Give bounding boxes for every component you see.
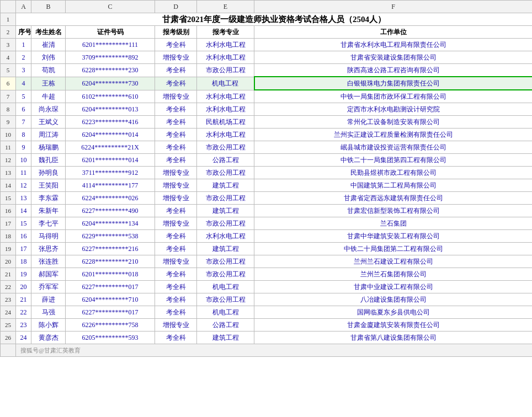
exam-level: 增报专业 <box>155 192 197 205</box>
seq-num: 17 <box>16 243 31 255</box>
table-row: 2422马强6227**********017考全科机电工程国网临夏东乡县供电公… <box>1 306 533 319</box>
exam-major: 民航机场工程 <box>197 116 254 129</box>
seq-num: 10 <box>16 154 31 167</box>
row-number: 21 <box>1 268 16 281</box>
cert-number: 6226**********758 <box>66 319 155 332</box>
person-name: 陈小辉 <box>31 319 66 332</box>
exam-major: 机电工程 <box>197 77 254 90</box>
exam-level: 增报专业 <box>155 90 197 103</box>
work-unit: 甘肃省定西远东建筑有限责任公司 <box>254 192 533 205</box>
seq-num: 24 <box>16 332 31 344</box>
row-number: 18 <box>1 230 16 243</box>
exam-major: 建筑工程 <box>197 205 254 217</box>
table-row: 2220乔军军6227**********017考全科机电工程甘肃中业建设工程有… <box>1 281 533 293</box>
row-number: 19 <box>1 243 16 255</box>
cert-number: 6227**********017 <box>66 306 155 319</box>
exam-major: 市政公用工程 <box>197 293 254 306</box>
table-row: 1210魏孔臣6201**********014考全科公路工程中铁二十一局集团第… <box>1 154 533 167</box>
row-number: 13 <box>1 167 16 179</box>
row-number: 11 <box>1 141 16 154</box>
table-row: 64王栋6204**********730考全科机电工程白银银珠电力集团有限责任… <box>1 77 533 90</box>
exam-major: 公路工程 <box>197 154 254 167</box>
work-unit: 中铁二十局集团第二工程有限公司 <box>254 243 533 255</box>
table-row: 97王斌义6223**********416考全科民航机场工程常州化工设备制造安… <box>1 116 533 129</box>
table-row: 2321薛进6204**********710考全科市政公用工程八冶建设集团有限… <box>1 293 533 306</box>
cert-number: 6204**********710 <box>66 293 155 306</box>
person-name: 苟凯 <box>31 64 66 77</box>
row-number: 4 <box>1 51 16 64</box>
work-unit: 白银银珠电力集团有限责任公司 <box>254 77 533 90</box>
table-row: 75牛超6102**********610增报专业水利水电工程中铁一局集团市政环… <box>1 90 533 103</box>
row-number: 17 <box>1 217 16 230</box>
exam-level: 增报专业 <box>155 179 197 192</box>
cert-number: 6201**********111 <box>66 39 155 51</box>
cert-number: 6224**********026 <box>66 192 155 205</box>
table-row: 1614朱新年6227**********490考全科建筑工程甘肃宏信新型装饰工… <box>1 205 533 217</box>
exam-level: 考全科 <box>155 281 197 293</box>
work-unit: 甘肃省第八建设集团有限公司 <box>254 332 533 344</box>
table-row: 2523陈小辉6226**********758增报专业公路工程甘肃金廈建筑安装… <box>1 319 533 332</box>
col-a-header: A <box>16 1 31 13</box>
row-number: 12 <box>1 154 16 167</box>
row-number: 7 <box>1 90 16 103</box>
cert-number: 6227**********017 <box>66 281 155 293</box>
row-number: 8 <box>1 103 16 116</box>
table-row: 2018张连胜6228**********210增报专业市政公用工程兰州兰石建设… <box>1 255 533 268</box>
seq-num: 21 <box>16 293 31 306</box>
table-row: 1715李七平6204**********134增报专业市政公用工程兰石集团 <box>1 217 533 230</box>
exam-level: 增报专业 <box>155 255 197 268</box>
seq-num: 23 <box>16 319 31 332</box>
exam-major: 建筑工程 <box>197 332 254 344</box>
watermark-cell: 搜狐号@甘肃汇英教育 <box>16 344 533 357</box>
exam-level: 考全科 <box>155 243 197 255</box>
person-name: 牛超 <box>31 90 66 103</box>
seq-num: 18 <box>16 255 31 268</box>
col-b-header: B <box>31 1 66 13</box>
col-e-header: E <box>197 1 254 13</box>
row-number: 5 <box>1 64 16 77</box>
exam-major: 市政公用工程 <box>197 192 254 205</box>
row-number: 20 <box>1 255 16 268</box>
exam-level: 增报专业 <box>155 167 197 179</box>
exam-major: 水利水电工程 <box>197 230 254 243</box>
exam-level: 考全科 <box>155 103 197 116</box>
exam-level: 考全科 <box>155 129 197 141</box>
table-row: 53苟凯6228**********230考全科市政公用工程陕西高速公路工程咨询… <box>1 64 533 77</box>
exam-major: 建筑工程 <box>197 243 254 255</box>
exam-major: 建筑工程 <box>197 179 254 192</box>
person-name: 郝国军 <box>31 268 66 281</box>
table-row: 1816马得明6229**********538考全科水利水电工程甘肃中华建筑安… <box>1 230 533 243</box>
row-number: 24 <box>1 306 16 319</box>
table-row: 1513李东霖6224**********026增报专业市政公用工程甘肃省定西远… <box>1 192 533 205</box>
work-unit: 常州化工设备制造安装有限公司 <box>254 116 533 129</box>
col-name-header: 考生姓名 <box>31 26 66 39</box>
exam-major: 水利水电工程 <box>197 51 254 64</box>
table-row: 1311孙明良3711**********912增报专业市政公用工程民勤县煜祺市… <box>1 167 533 179</box>
exam-level: 考全科 <box>155 332 197 344</box>
person-name: 尚永琛 <box>31 103 66 116</box>
exam-level: 增报专业 <box>155 51 197 64</box>
exam-major: 机电工程 <box>197 306 254 319</box>
col-major-header: 报考专业 <box>197 26 254 39</box>
cert-number: 6223**********416 <box>66 116 155 129</box>
exam-major: 水利水电工程 <box>197 103 254 116</box>
work-unit: 民勤县煜祺市政工程有限公司 <box>254 167 533 179</box>
seq-num: 11 <box>16 167 31 179</box>
cert-number: 6201**********018 <box>66 268 155 281</box>
col-seqno-header: 序号 <box>16 26 31 39</box>
row-1-num: 1 <box>1 13 16 26</box>
exam-level: 考全科 <box>155 64 197 77</box>
cert-number: 6102**********610 <box>66 90 155 103</box>
person-name: 崔清 <box>31 39 66 51</box>
person-name: 王斌义 <box>31 116 66 129</box>
person-name: 黄彦杰 <box>31 332 66 344</box>
row-number: 15 <box>1 192 16 205</box>
work-unit: 国网临夏东乡县供电公司 <box>254 306 533 319</box>
exam-level: 考全科 <box>155 306 197 319</box>
row-number: 14 <box>1 179 16 192</box>
row-number: 26 <box>1 332 16 344</box>
work-unit: 甘肃省安装建设集团有限公司 <box>254 51 533 64</box>
exam-level: 增报专业 <box>155 319 197 332</box>
table-row: 2119郝国军6201**********018考全科市政公用工程兰州兰石集团有… <box>1 268 533 281</box>
seq-num: 6 <box>16 103 31 116</box>
